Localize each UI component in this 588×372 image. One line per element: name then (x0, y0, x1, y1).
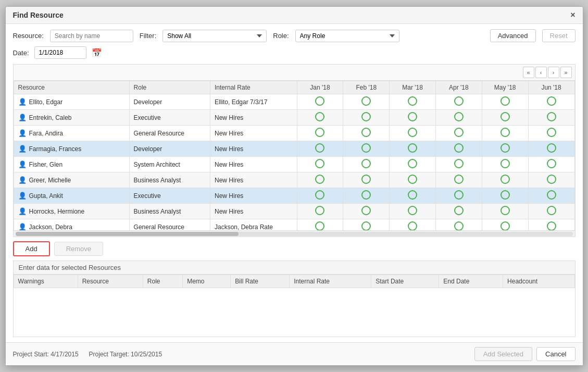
availability-circle[interactable] (408, 128, 417, 137)
availability-circle[interactable] (547, 159, 556, 168)
grid-scroll-area[interactable]: Resource Role Internal Rate Jan '18 Feb … (14, 81, 575, 230)
cell-availability[interactable] (528, 126, 574, 141)
availability-circle[interactable] (501, 159, 510, 168)
calendar-icon[interactable]: 📅 (92, 48, 102, 58)
cell-availability[interactable] (297, 157, 343, 172)
availability-circle[interactable] (454, 96, 464, 106)
cell-availability[interactable] (528, 204, 574, 219)
availability-circle[interactable] (315, 128, 324, 137)
cell-availability[interactable] (343, 157, 390, 172)
availability-circle[interactable] (454, 190, 464, 200)
availability-circle[interactable] (361, 143, 371, 153)
cell-availability[interactable] (482, 94, 528, 110)
availability-circle[interactable] (408, 143, 417, 153)
cell-availability[interactable] (482, 219, 528, 231)
availability-circle[interactable] (361, 221, 371, 230)
availability-circle[interactable] (501, 221, 510, 230)
availability-circle[interactable] (361, 112, 371, 121)
availability-circle[interactable] (547, 96, 556, 106)
availability-circle[interactable] (315, 143, 324, 153)
availability-circle[interactable] (408, 190, 417, 200)
cell-availability[interactable] (435, 126, 482, 141)
cell-availability[interactable] (435, 188, 482, 204)
cell-availability[interactable] (435, 110, 482, 126)
nav-next-button[interactable]: › (548, 67, 559, 78)
availability-circle[interactable] (408, 206, 417, 215)
availability-circle[interactable] (315, 96, 324, 106)
cell-availability[interactable] (297, 126, 343, 141)
nav-first-button[interactable]: « (523, 67, 534, 78)
cell-availability[interactable] (482, 172, 528, 188)
cell-availability[interactable] (435, 172, 482, 188)
cell-availability[interactable] (297, 219, 343, 231)
nav-prev-button[interactable]: ‹ (535, 67, 547, 78)
availability-circle[interactable] (547, 190, 556, 200)
availability-circle[interactable] (454, 206, 464, 215)
advanced-button[interactable]: Advanced (490, 29, 536, 42)
close-button[interactable]: × (570, 11, 575, 19)
table-row[interactable]: 👤Jackson, DebraGeneral ResourceJackson, … (14, 219, 574, 231)
cell-availability[interactable] (343, 141, 390, 157)
nav-last-button[interactable]: » (560, 67, 572, 78)
cell-availability[interactable] (528, 110, 574, 126)
availability-circle[interactable] (361, 206, 371, 215)
date-input[interactable] (34, 46, 86, 59)
cell-availability[interactable] (482, 188, 528, 204)
table-row[interactable]: 👤Fisher, GlenSystem ArchitectNew Hires (14, 157, 574, 172)
availability-circle[interactable] (454, 128, 464, 137)
cell-availability[interactable] (390, 219, 436, 231)
cell-availability[interactable] (297, 141, 343, 157)
availability-circle[interactable] (408, 112, 417, 121)
availability-circle[interactable] (454, 221, 464, 230)
availability-circle[interactable] (315, 112, 324, 121)
cell-availability[interactable] (297, 172, 343, 188)
availability-circle[interactable] (501, 96, 510, 106)
cell-availability[interactable] (435, 204, 482, 219)
cell-availability[interactable] (482, 126, 528, 141)
cell-availability[interactable] (528, 157, 574, 172)
table-row[interactable]: 👤Entrekin, CalebExecutiveNew Hires (14, 110, 574, 126)
cell-availability[interactable] (390, 204, 436, 219)
availability-circle[interactable] (501, 128, 510, 137)
role-select[interactable]: Any Role (295, 30, 399, 42)
availability-circle[interactable] (547, 143, 556, 153)
cell-availability[interactable] (482, 141, 528, 157)
availability-circle[interactable] (501, 143, 510, 153)
horizontal-scrollbar[interactable] (14, 230, 575, 237)
cell-availability[interactable] (390, 110, 436, 126)
cell-availability[interactable] (297, 110, 343, 126)
availability-circle[interactable] (408, 221, 417, 230)
cell-availability[interactable] (390, 94, 436, 110)
cell-availability[interactable] (482, 110, 528, 126)
availability-circle[interactable] (315, 206, 324, 215)
availability-circle[interactable] (361, 190, 371, 200)
table-row[interactable]: 👤Ellito, EdgarDeveloperEllito, Edgar 7/3… (14, 94, 574, 110)
availability-circle[interactable] (315, 159, 324, 168)
availability-circle[interactable] (501, 175, 510, 184)
availability-circle[interactable] (454, 112, 464, 121)
availability-circle[interactable] (408, 159, 417, 168)
cell-availability[interactable] (390, 126, 436, 141)
availability-circle[interactable] (454, 143, 464, 153)
add-selected-button[interactable]: Add Selected (474, 347, 532, 361)
cell-availability[interactable] (528, 94, 574, 110)
availability-circle[interactable] (454, 159, 464, 168)
table-row[interactable]: 👤Farmagia, FrancesDeveloperNew Hires (14, 141, 574, 157)
cell-availability[interactable] (343, 126, 390, 141)
cell-availability[interactable] (435, 141, 482, 157)
table-row[interactable]: 👤Fara, AndiraGeneral ResourceNew Hires (14, 126, 574, 141)
cell-availability[interactable] (343, 204, 390, 219)
cell-availability[interactable] (343, 188, 390, 204)
availability-circle[interactable] (361, 159, 371, 168)
cell-availability[interactable] (297, 188, 343, 204)
cell-availability[interactable] (390, 141, 436, 157)
cell-availability[interactable] (435, 157, 482, 172)
availability-circle[interactable] (315, 221, 324, 230)
cell-availability[interactable] (297, 204, 343, 219)
availability-circle[interactable] (547, 128, 556, 137)
cell-availability[interactable] (390, 188, 436, 204)
cell-availability[interactable] (528, 219, 574, 231)
availability-circle[interactable] (547, 206, 556, 215)
cell-availability[interactable] (435, 94, 482, 110)
resource-search-input[interactable] (50, 30, 133, 42)
